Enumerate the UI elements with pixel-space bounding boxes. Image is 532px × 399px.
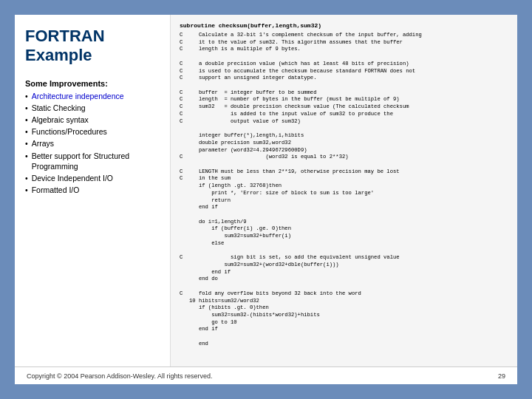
improvements-title: Some Improvements:: [25, 79, 160, 88]
bullet-icon: •: [25, 185, 28, 195]
code-body: C Calculate a 32-bit 1's complement chec…: [180, 32, 508, 348]
item-text: Architecture independence: [32, 91, 124, 101]
bullet-icon: •: [25, 173, 28, 183]
list-item: • Algebraic syntax: [25, 115, 160, 125]
bullet-icon: •: [25, 151, 28, 161]
slide: FORTRANExample Some Improvements: • Arch…: [15, 15, 517, 384]
slide-content: FORTRANExample Some Improvements: • Arch…: [15, 15, 517, 366]
list-item: • Better support for Structured Programm…: [25, 151, 160, 171]
item-text: Device Independent I/O: [32, 173, 113, 183]
item-text: Algebraic syntax: [32, 115, 89, 125]
bullet-icon: •: [25, 91, 28, 101]
bullet-icon: •: [25, 103, 28, 113]
list-item: • Arrays: [25, 138, 160, 149]
right-panel: subroutine checksum(buffer,length,sum32)…: [170, 15, 517, 366]
list-item: • Device Independent I/O: [25, 173, 160, 183]
copyright-text: Copyright © 2004 Pearson Addison-Wesley.…: [27, 372, 212, 380]
slide-title: FORTRANExample: [25, 27, 160, 66]
bullet-icon: •: [25, 138, 28, 149]
improvements-section: Some Improvements: • Architecture indepe…: [25, 79, 160, 197]
item-text: Static Checking: [32, 103, 86, 113]
list-item: • Architecture independence: [25, 91, 160, 101]
item-text: Better support for Structured Programmin…: [32, 151, 160, 171]
improvements-list: • Architecture independence • Static Che…: [25, 91, 160, 196]
footer: Copyright © 2004 Pearson Addison-Wesley.…: [15, 366, 517, 384]
bullet-icon: •: [25, 115, 28, 125]
bullet-icon: •: [25, 126, 28, 137]
code-title: subroutine checksum(buffer,length,sum32): [180, 22, 508, 29]
item-text: Functions/Procedures: [32, 126, 107, 137]
page-number: 29: [498, 372, 505, 380]
list-item: • Formatted I/O: [25, 185, 160, 195]
item-text: Arrays: [32, 138, 54, 149]
item-text: Formatted I/O: [32, 185, 80, 195]
list-item: • Functions/Procedures: [25, 126, 160, 137]
left-panel: FORTRANExample Some Improvements: • Arch…: [15, 15, 170, 366]
list-item: • Static Checking: [25, 103, 160, 113]
